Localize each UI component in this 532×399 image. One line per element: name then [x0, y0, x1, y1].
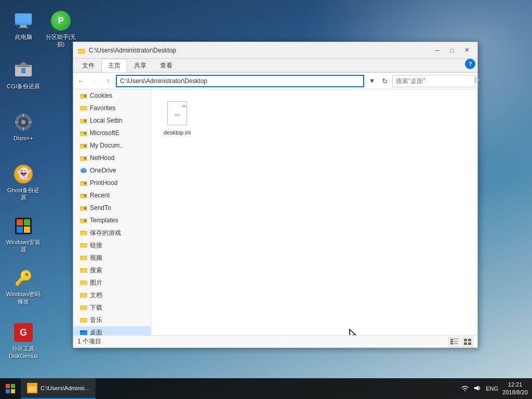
desktop-icon-win-installer[interactable]: Windows安装器	[5, 216, 42, 254]
ribbon: 文件 主页 共享 查看 ?	[73, 59, 477, 73]
svg-rect-14	[24, 227, 30, 233]
cursor	[349, 328, 357, 335]
sidebar-item-downloads[interactable]: 下载	[73, 301, 151, 314]
win-installer-label: Windows安装器	[5, 238, 42, 254]
sidebar-item-music[interactable]: 音乐	[73, 314, 151, 326]
sidebar-label-microsoft-e: MicrosoftE	[90, 129, 119, 137]
list-view-button[interactable]	[448, 337, 460, 347]
cgi-icon	[13, 60, 34, 81]
sidebar-item-local-settings[interactable]: Local Settin	[73, 114, 151, 127]
this-pc-label: 此电脑	[15, 33, 32, 41]
desktop-icon-win-pw[interactable]: 🔑 Windows密码修改	[5, 268, 42, 305]
sidebar-item-recent[interactable]: Recent	[73, 189, 151, 202]
sidebar-label-links: 链接	[90, 241, 102, 250]
partition-icon: P	[50, 10, 71, 31]
sidebar-item-desktop[interactable]: 桌面	[73, 326, 151, 335]
sidebar-item-printhood[interactable]: PrintHood	[73, 177, 151, 189]
svg-rect-52	[80, 181, 83, 183]
back-button[interactable]: ←	[75, 75, 87, 87]
maximize-button[interactable]: □	[445, 45, 459, 56]
sidebar-icon-pictures	[79, 278, 88, 287]
address-input[interactable]	[116, 75, 364, 87]
sidebar-icon-videos	[79, 254, 88, 262]
svg-rect-17	[78, 49, 81, 50]
up-button[interactable]: ↑	[102, 75, 114, 87]
file-label-desktop-ini: desktop.ini	[164, 129, 191, 136]
explorer-icon	[77, 46, 86, 55]
minimize-button[interactable]: ─	[431, 45, 444, 56]
win-pw-label: Windows密码修改	[5, 290, 42, 305]
sidebar-item-saved-games[interactable]: 保存的游戏	[73, 227, 151, 239]
svg-rect-20	[80, 94, 83, 96]
svg-rect-81	[80, 268, 83, 270]
sidebar-label-cookies: Cookies	[90, 92, 112, 99]
dism-label: Dism++	[14, 135, 33, 142]
sidebar-icon-my-documents	[79, 141, 88, 150]
svg-rect-99	[450, 341, 453, 342]
refresh-button[interactable]: ↻	[380, 77, 390, 85]
sidebar-item-my-documents[interactable]: My Docum..	[73, 139, 151, 152]
sidebar-item-favorites[interactable]: Favorites	[73, 102, 151, 114]
sidebar-item-microsoft-e[interactable]: MicrosoftE	[73, 127, 151, 139]
svg-rect-22	[85, 96, 86, 97]
svg-rect-93	[80, 318, 83, 320]
file-item-desktop-ini[interactable]: INI desktop.ini	[156, 95, 198, 140]
search-input[interactable]	[396, 77, 474, 85]
sidebar-icon-documents	[79, 291, 88, 299]
sidebar-icon-music	[79, 316, 88, 324]
sidebar-item-pictures[interactable]: 图片	[73, 276, 151, 289]
desktop-icon-cgi[interactable]: CGI备份还原	[5, 60, 42, 90]
svg-rect-92	[80, 319, 87, 323]
desktop-icon-diskgenius[interactable]: G 分区工具DiskGenius	[5, 322, 42, 360]
sidebar-item-cookies[interactable]: Cookies	[73, 89, 151, 102]
desktop-icon-ghost[interactable]: 👻 Ghost备份还原	[5, 164, 42, 202]
tab-view[interactable]: 查看	[153, 59, 179, 72]
sidebar-label-onedrive: OneDrive	[90, 167, 116, 174]
sidebar-item-onedrive[interactable]: OneDrive	[73, 164, 151, 177]
sidebar-icon-favorites	[79, 104, 88, 112]
volume-icon	[473, 384, 482, 393]
taskbar-right: ENG 12:21 2018/8/20	[461, 378, 532, 399]
sidebar-item-templates[interactable]: Templates	[73, 214, 151, 227]
taskbar-lang: ENG	[486, 385, 498, 392]
svg-rect-74	[80, 244, 87, 248]
tab-home[interactable]: 主页	[101, 59, 127, 72]
svg-rect-1	[15, 14, 32, 23]
forward-button[interactable]: →	[89, 75, 100, 87]
file-icon-ini: INI	[165, 99, 190, 128]
close-button[interactable]: ✕	[460, 45, 473, 56]
desktop-icon-this-pc[interactable]: 此电脑	[5, 10, 42, 41]
tiles-view-button[interactable]	[462, 337, 473, 347]
sidebar-label-documents: 文档	[90, 291, 102, 300]
desktop-icon-dism[interactable]: Dism++	[5, 112, 42, 142]
sidebar-icon-links	[79, 241, 88, 249]
start-button[interactable]	[0, 378, 21, 399]
sidebar-item-videos[interactable]: 视频	[73, 251, 151, 264]
svg-rect-80	[80, 269, 87, 273]
taskbar-folder-icon	[27, 383, 37, 393]
svg-marker-5	[15, 62, 32, 67]
help-button[interactable]: ?	[465, 59, 475, 69]
sidebar-item-search[interactable]: 搜索	[73, 264, 151, 276]
sidebar-item-links[interactable]: 链接	[73, 239, 151, 251]
sidebar-label-search: 搜索	[90, 266, 102, 275]
svg-rect-2	[20, 25, 26, 27]
sidebar-label-pictures: 图片	[90, 278, 102, 287]
svg-rect-33	[80, 131, 83, 133]
sidebar-item-documents[interactable]: 文档	[73, 289, 151, 301]
tab-share[interactable]: 共享	[127, 59, 153, 72]
sidebar-item-sendto[interactable]: SendTo	[73, 202, 151, 214]
search-button[interactable]: 🔍	[474, 77, 482, 85]
sidebar-icon-microsoft-e	[79, 129, 88, 137]
tab-file[interactable]: 文件	[75, 59, 101, 72]
svg-rect-101	[450, 343, 453, 344]
file-area[interactable]: INI desktop.ini	[151, 89, 477, 335]
taskbar-explorer-button[interactable]: C:\Users\Adminis...	[21, 378, 96, 399]
svg-rect-57	[80, 194, 83, 195]
svg-rect-69	[85, 220, 86, 222]
sidebar-icon-desktop	[79, 328, 88, 335]
sidebar-item-nethood[interactable]: NetHood	[73, 152, 151, 164]
address-dropdown-button[interactable]: ▼	[366, 75, 378, 87]
taskbar-clock[interactable]: 12:21 2018/8/20	[502, 381, 528, 397]
status-text: 1 个项目	[77, 337, 101, 346]
